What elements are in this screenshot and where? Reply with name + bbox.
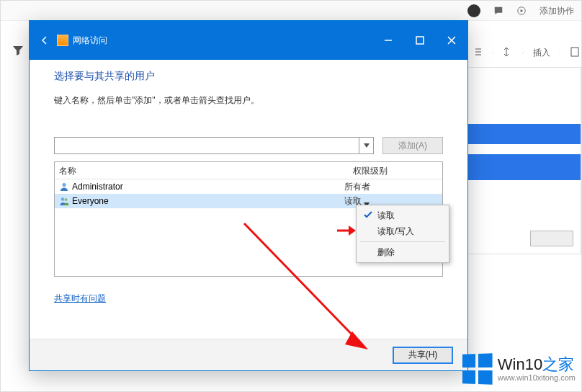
dialog-title: 网络访问	[73, 35, 107, 47]
dialog-subtext: 键入名称，然后单击"添加"，或者单击箭头查找用户。	[54, 94, 443, 107]
background-right-toolbar: · · 插入 ·	[473, 44, 581, 61]
svg-rect-1	[571, 48, 578, 56]
maximize-button[interactable]	[404, 21, 436, 60]
user-icon	[59, 182, 69, 192]
chat-icon	[493, 6, 503, 16]
menu-item-readwrite[interactable]: 读取/写入	[359, 223, 447, 239]
titlebar: 网络访问	[30, 21, 467, 60]
column-permission[interactable]: 权限级别	[349, 162, 442, 179]
svg-point-5	[65, 198, 68, 201]
page-icon	[570, 47, 580, 59]
background-row-highlight	[467, 154, 581, 180]
menu-item-read[interactable]: 读取	[359, 208, 447, 223]
play-icon	[516, 6, 527, 16]
menu-item-delete[interactable]: 删除	[359, 244, 447, 260]
background-row-highlight	[467, 124, 581, 144]
line-height-icon	[503, 47, 513, 59]
background-top-icons: 添加协作	[467, 4, 574, 17]
svg-rect-2	[416, 37, 424, 44]
annotation-arrow-small	[336, 222, 357, 239]
back-button[interactable]	[37, 32, 53, 48]
user-name: Everyone	[72, 196, 341, 206]
add-button[interactable]: 添加(A)	[382, 137, 443, 154]
dialog-content: 选择要与其共享的用户 键入名称，然后单击"添加"，或者单击箭头查找用户。 添加(…	[30, 60, 467, 305]
network-access-dialog: 网络访问 选择要与其共享的用户 键入名称，然后单击"添加"，或者单击箭头查找用户…	[29, 20, 468, 371]
windows-logo-icon	[462, 353, 493, 385]
permission-menu: 读取 读取/写入 删除	[356, 205, 449, 263]
dialog-heading: 选择要与其共享的用户	[54, 70, 443, 83]
insert-label: 插入	[533, 47, 550, 59]
close-button[interactable]	[436, 21, 467, 60]
watermark-title: Win10之家	[498, 356, 576, 373]
watermark: Win10之家 www.win10xitong.com	[462, 354, 576, 384]
add-collab-label: 添加协作	[540, 5, 574, 17]
user-permission: 所有者	[344, 181, 438, 193]
user-name: Administrator	[72, 182, 341, 192]
caret-down-icon	[364, 199, 370, 203]
chevron-down-icon[interactable]	[359, 138, 373, 153]
trouble-link[interactable]: 共享时有问题	[54, 293, 106, 305]
add-user-row: 添加(A)	[54, 137, 443, 154]
menu-separator	[360, 241, 445, 242]
background-button	[530, 231, 573, 246]
avatar-icon	[467, 4, 480, 17]
minimize-button[interactable]	[372, 21, 404, 60]
share-button[interactable]: 共享(H)	[393, 347, 453, 364]
column-name[interactable]: 名称	[55, 162, 349, 179]
svg-point-3	[63, 183, 66, 187]
user-combobox[interactable]	[54, 137, 374, 154]
table-row[interactable]: Administrator 所有者	[55, 179, 442, 194]
filter-icon	[12, 44, 24, 57]
svg-point-4	[61, 197, 64, 200]
background-panel	[466, 67, 581, 254]
dialog-footer: 共享(H)	[30, 339, 467, 370]
list-icon	[473, 47, 483, 59]
watermark-url: www.win10xitong.com	[498, 373, 576, 382]
app-icon	[57, 35, 68, 46]
users-icon	[59, 196, 69, 206]
check-icon	[363, 210, 373, 220]
list-header: 名称 权限级别	[55, 162, 442, 179]
